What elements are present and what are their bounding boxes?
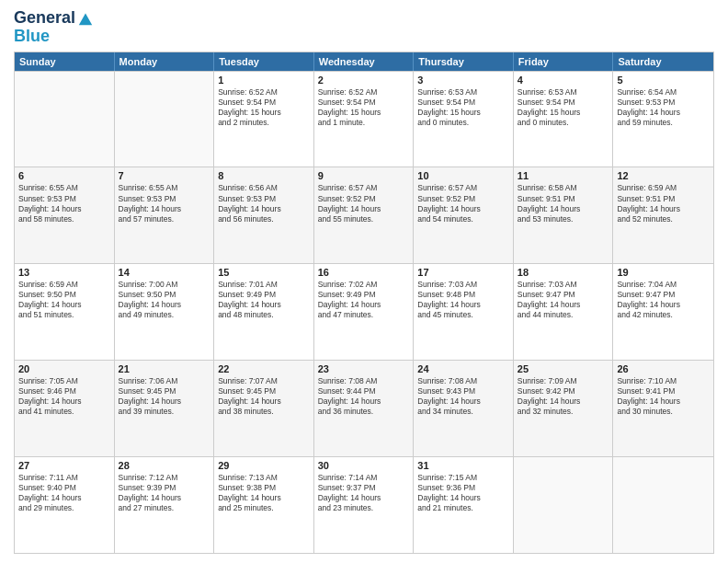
calendar-cell: [115, 72, 215, 167]
day-number: 3: [417, 75, 509, 86]
cell-info-line: Sunrise: 6:53 AM: [417, 87, 509, 98]
cell-info-line: Daylight: 14 hours: [518, 204, 609, 214]
cell-info-line: Sunset: 9:51 PM: [518, 194, 609, 204]
cell-info-line: Sunrise: 7:13 AM: [218, 473, 310, 483]
cell-info-line: Daylight: 14 hours: [18, 204, 110, 214]
day-number: 1: [218, 75, 310, 86]
day-number: 24: [417, 363, 509, 374]
weekday-header: Thursday: [414, 52, 514, 71]
day-number: 15: [218, 267, 310, 278]
calendar-cell: 16Sunrise: 7:02 AMSunset: 9:49 PMDayligh…: [314, 264, 415, 360]
cell-info-line: Daylight: 14 hours: [318, 396, 410, 407]
cell-info-line: Sunrise: 7:08 AM: [417, 376, 509, 386]
cell-info-line: and 44 minutes.: [518, 310, 609, 320]
cell-info-line: Sunset: 9:45 PM: [218, 386, 310, 396]
cell-info-line: Daylight: 14 hours: [417, 300, 509, 310]
weekday-header: Sunday: [15, 52, 115, 71]
calendar-cell: 25Sunrise: 7:09 AMSunset: 9:42 PMDayligh…: [514, 361, 614, 456]
cell-info-line: and 39 minutes.: [119, 407, 210, 417]
cell-info-line: Daylight: 14 hours: [119, 300, 210, 310]
cell-info-line: Daylight: 14 hours: [218, 493, 310, 503]
cell-info-line: Daylight: 14 hours: [218, 300, 310, 310]
cell-info-line: Sunset: 9:47 PM: [617, 290, 710, 300]
day-number: 20: [18, 363, 110, 374]
cell-info-line: Sunrise: 7:11 AM: [18, 473, 110, 483]
cell-info-line: Sunset: 9:39 PM: [119, 483, 210, 493]
calendar-cell: 10Sunrise: 6:57 AMSunset: 9:52 PMDayligh…: [414, 167, 514, 263]
cell-info-line: Sunrise: 6:59 AM: [18, 280, 110, 290]
weekday-header: Friday: [514, 52, 614, 71]
cell-info-line: and 42 minutes.: [617, 310, 710, 320]
cell-info-line: Sunrise: 7:06 AM: [119, 376, 210, 386]
day-number: 28: [119, 460, 210, 471]
cell-info-line: Sunrise: 7:03 AM: [417, 280, 509, 290]
calendar-header: SundayMondayTuesdayWednesdayThursdayFrid…: [15, 52, 713, 71]
day-number: 17: [417, 267, 509, 278]
day-number: 25: [518, 363, 609, 374]
calendar-cell: 14Sunrise: 7:00 AMSunset: 9:50 PMDayligh…: [115, 264, 215, 360]
day-number: 10: [417, 170, 509, 181]
cell-info-line: and 21 minutes.: [417, 503, 509, 513]
calendar-cell: 15Sunrise: 7:01 AMSunset: 9:49 PMDayligh…: [214, 264, 314, 360]
cell-info-line: Sunrise: 6:54 AM: [617, 87, 710, 98]
cell-info-line: Sunrise: 7:10 AM: [617, 376, 710, 386]
day-number: 2: [318, 75, 410, 86]
cell-info-line: and 1 minute.: [318, 118, 410, 128]
cell-info-line: Daylight: 14 hours: [617, 204, 710, 214]
cell-info-line: Sunrise: 6:52 AM: [318, 87, 410, 98]
calendar-cell: 20Sunrise: 7:05 AMSunset: 9:46 PMDayligh…: [15, 361, 115, 456]
logo-icon: [77, 10, 94, 27]
cell-info-line: and 0 minutes.: [518, 118, 609, 128]
cell-info-line: Sunset: 9:44 PM: [318, 386, 410, 396]
cell-info-line: Sunset: 9:52 PM: [318, 194, 410, 204]
calendar-row: 27Sunrise: 7:11 AMSunset: 9:40 PMDayligh…: [15, 456, 713, 553]
cell-info-line: Sunrise: 7:08 AM: [318, 376, 410, 386]
calendar-cell: 11Sunrise: 6:58 AMSunset: 9:51 PMDayligh…: [514, 167, 614, 263]
day-number: 31: [417, 460, 509, 471]
day-number: 11: [518, 170, 609, 181]
day-number: 4: [518, 75, 609, 86]
calendar-cell: 24Sunrise: 7:08 AMSunset: 9:43 PMDayligh…: [414, 361, 514, 456]
calendar-cell: 29Sunrise: 7:13 AMSunset: 9:38 PMDayligh…: [214, 457, 314, 553]
cell-info-line: Sunrise: 6:57 AM: [318, 183, 410, 193]
cell-info-line: Daylight: 14 hours: [18, 300, 110, 310]
cell-info-line: Daylight: 14 hours: [518, 396, 609, 407]
cell-info-line: Sunrise: 6:57 AM: [417, 183, 509, 193]
weekday-header: Tuesday: [214, 52, 314, 71]
cell-info-line: Daylight: 15 hours: [518, 108, 609, 118]
calendar-cell: 1Sunrise: 6:52 AMSunset: 9:54 PMDaylight…: [214, 72, 314, 167]
cell-info-line: Sunrise: 7:09 AM: [518, 376, 609, 386]
cell-info-line: Sunrise: 6:55 AM: [119, 183, 210, 193]
day-number: 8: [218, 170, 310, 181]
calendar-cell: 19Sunrise: 7:04 AMSunset: 9:47 PMDayligh…: [613, 264, 713, 360]
cell-info-line: Sunrise: 7:00 AM: [119, 280, 210, 290]
cell-info-line: Sunset: 9:54 PM: [318, 98, 410, 108]
cell-info-line: and 27 minutes.: [119, 503, 210, 513]
cell-info-line: Daylight: 15 hours: [417, 108, 509, 118]
weekday-header: Monday: [115, 52, 215, 71]
cell-info-line: Sunrise: 6:53 AM: [518, 87, 609, 98]
cell-info-line: Sunset: 9:53 PM: [617, 98, 710, 108]
cell-info-line: Sunset: 9:38 PM: [218, 483, 310, 493]
cell-info-line: and 36 minutes.: [318, 407, 410, 417]
cell-info-line: Sunset: 9:51 PM: [617, 194, 710, 204]
calendar-row: 20Sunrise: 7:05 AMSunset: 9:46 PMDayligh…: [15, 360, 713, 456]
calendar-cell: 4Sunrise: 6:53 AMSunset: 9:54 PMDaylight…: [514, 72, 614, 167]
cell-info-line: Sunset: 9:43 PM: [417, 386, 509, 396]
cell-info-line: Daylight: 14 hours: [218, 396, 310, 407]
calendar-cell: [15, 72, 115, 167]
cell-info-line: Daylight: 14 hours: [218, 204, 310, 214]
calendar-cell: 26Sunrise: 7:10 AMSunset: 9:41 PMDayligh…: [613, 361, 713, 456]
day-number: 6: [18, 170, 110, 181]
cell-info-line: and 30 minutes.: [617, 407, 710, 417]
calendar-cell: 13Sunrise: 6:59 AMSunset: 9:50 PMDayligh…: [15, 264, 115, 360]
cell-info-line: Sunset: 9:52 PM: [417, 194, 509, 204]
cell-info-line: and 0 minutes.: [417, 118, 509, 128]
calendar-cell: 6Sunrise: 6:55 AMSunset: 9:53 PMDaylight…: [15, 167, 115, 263]
day-number: 26: [617, 363, 710, 374]
weekday-header: Wednesday: [314, 52, 415, 71]
cell-info-line: and 54 minutes.: [417, 214, 509, 224]
day-number: 7: [119, 170, 210, 181]
cell-info-line: Daylight: 14 hours: [417, 204, 509, 214]
day-number: 27: [18, 460, 110, 471]
